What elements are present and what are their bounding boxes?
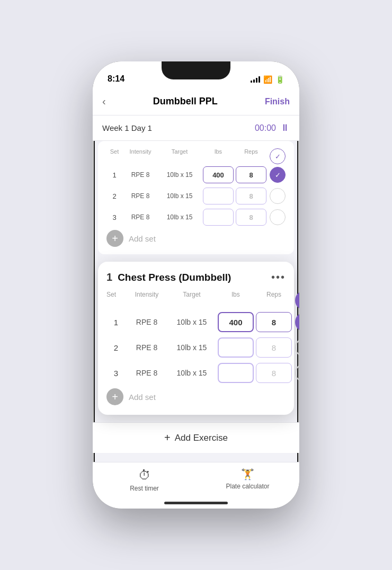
row1-reps-input[interactable] (256, 312, 292, 332)
rest-timer-icon: ⏱ (138, 468, 151, 483)
add-set-row[interactable]: + Add set (106, 388, 286, 405)
rest-timer-label: Rest timer (130, 485, 159, 492)
more-options-button[interactable]: ••• (271, 271, 286, 283)
exercise-number: 1 (106, 271, 112, 283)
bg-col-lbs: lbs (203, 148, 234, 164)
row1-lbs-input[interactable] (218, 312, 254, 332)
add-exercise-plus-icon: + (164, 432, 171, 444)
col-target: Target (168, 291, 216, 310)
bg-row3-intensity: RPE 8 (124, 213, 156, 221)
battery-icon: 🔋 (275, 75, 284, 84)
week-bar: Week 1 Day 1 00:00 ⏸ (93, 115, 299, 141)
bg-row2-intensity: RPE 8 (124, 192, 156, 200)
add-exercise-label: Add Exercise (175, 433, 228, 443)
bg-table-row: 1 RPE 8 10lb x 15 ✓ (106, 166, 286, 183)
table-row: 1 RPE 8 10lb x 15 (106, 312, 286, 332)
col-reps: Reps (256, 291, 292, 310)
check-all-button[interactable] (295, 291, 299, 310)
add-set-button[interactable]: + (106, 388, 123, 405)
row2-target: 10lb x 15 (168, 343, 216, 352)
content-area: Set Intensity Target lbs Reps ✓ 1 RPE 8 … (93, 141, 299, 471)
row3-reps-input[interactable] (256, 363, 292, 383)
finish-button[interactable]: Finish (265, 97, 290, 106)
bg-row3-check[interactable] (270, 209, 286, 225)
bg-row3-set: 3 (106, 213, 122, 221)
add-exercise-bar[interactable]: + Add Exercise (93, 422, 299, 453)
bg-row1-lbs-input[interactable] (203, 166, 234, 183)
row2-set-num: 2 (106, 343, 126, 352)
bg-row1-intensity: RPE 8 (124, 171, 156, 179)
bg-row2-check[interactable] (270, 188, 286, 204)
col-set: Set (106, 291, 126, 310)
bg-row3-lbs-input[interactable] (203, 209, 234, 226)
row3-target: 10lb x 15 (168, 369, 216, 377)
exercise-card-background: Set Intensity Target lbs Reps ✓ 1 RPE 8 … (98, 141, 294, 254)
phone-notch (162, 61, 230, 79)
bg-add-set-row[interactable]: + Add set (106, 230, 286, 247)
bg-add-set-button[interactable]: + (106, 230, 123, 247)
plate-calculator-label: Plate calculator (226, 483, 269, 490)
timer-area: 00:00 ⏸ (255, 122, 290, 133)
bg-row2-set: 2 (106, 192, 122, 200)
row2-reps-input[interactable] (256, 337, 292, 358)
back-button[interactable]: ‹ (102, 95, 106, 108)
add-set-label: Add set (129, 393, 156, 402)
bg-row2-lbs-input[interactable] (203, 188, 234, 204)
bg-row1-set: 1 (106, 171, 122, 179)
bg-col-reps: Reps (236, 148, 266, 164)
bg-table-row: 2 RPE 8 10lb x 15 (106, 188, 286, 204)
col-intensity: Intensity (128, 291, 166, 310)
bg-table-row: 3 RPE 8 10lb x 15 (106, 209, 286, 226)
status-time: 8:14 (108, 74, 124, 84)
home-indicator (164, 502, 228, 504)
signal-icon (251, 76, 260, 83)
table-row: 3 RPE 8 10lb x 15 (106, 363, 286, 383)
exercise-title-group: 1 Chest Press (Dumbbell) (106, 271, 231, 283)
row1-set-num: 1 (106, 318, 126, 327)
row2-check-button[interactable] (295, 338, 299, 357)
bg-col-target: Target (158, 148, 201, 164)
week-day-label: Week 1 Day 1 (102, 123, 152, 132)
workout-title: Dumbbell PPL (153, 96, 218, 107)
row3-intensity: RPE 8 (128, 369, 166, 377)
table-header: Set Intensity Target lbs Reps (106, 291, 286, 310)
bg-row1-check[interactable]: ✓ (270, 167, 286, 183)
bg-check-all-icon[interactable]: ✓ (270, 148, 286, 164)
row3-lbs-input[interactable] (218, 363, 254, 383)
tab-rest-timer[interactable]: ⏱ Rest timer (93, 468, 196, 492)
row1-target: 10lb x 15 (168, 318, 216, 326)
nav-bar: ‹ Dumbbell PPL Finish (93, 88, 299, 115)
row1-check-button[interactable] (295, 313, 299, 332)
bg-row2-target: 10lb x 15 (158, 192, 201, 200)
exercise-card-foreground: 1 Chest Press (Dumbbell) ••• Set Intensi… (98, 262, 294, 415)
bg-row3-reps-input[interactable] (236, 209, 266, 226)
bg-add-set-label: Add set (129, 234, 156, 243)
exercise-name: Chest Press (Dumbbell) (118, 272, 231, 283)
pause-icon[interactable]: ⏸ (280, 122, 290, 133)
timer-display: 00:00 (255, 123, 276, 133)
bg-col-intensity: Intensity (124, 148, 156, 164)
table-row: 2 RPE 8 10lb x 15 (106, 337, 286, 358)
bg-col-set: Set (106, 148, 122, 164)
bg-row1-reps-input[interactable] (236, 166, 266, 183)
status-icons: 📶 🔋 (251, 75, 284, 84)
bg-row2-reps-input[interactable] (236, 188, 266, 204)
tab-plate-calculator[interactable]: 🏋 Plate calculator (196, 468, 299, 490)
col-lbs: lbs (218, 291, 254, 310)
bg-row1-target: 10lb x 15 (158, 171, 201, 179)
plate-calculator-icon: 🏋 (241, 468, 254, 480)
bg-row3-target: 10lb x 15 (158, 213, 201, 221)
row2-lbs-input[interactable] (218, 337, 254, 358)
phone-shell: 8:14 📶 🔋 ‹ Dumbbell PPL Finish Week 1 Da… (93, 61, 299, 509)
row2-intensity: RPE 8 (128, 343, 166, 352)
row3-check-button[interactable] (295, 363, 299, 382)
row3-set-num: 3 (106, 369, 126, 378)
wifi-icon: 📶 (263, 75, 272, 84)
exercise-header: 1 Chest Press (Dumbbell) ••• (106, 271, 286, 283)
bg-table-header: Set Intensity Target lbs Reps ✓ (106, 148, 286, 164)
row1-intensity: RPE 8 (128, 318, 166, 326)
